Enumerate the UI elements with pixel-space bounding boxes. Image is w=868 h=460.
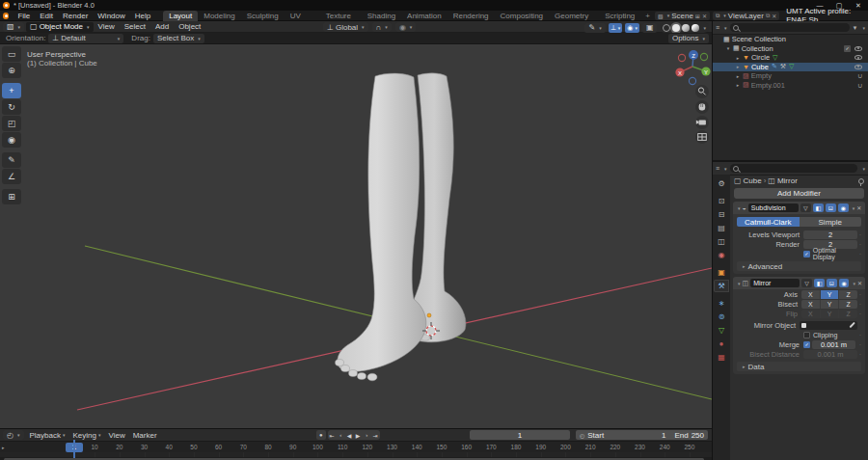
viewport-menu-object[interactable]: Object — [174, 22, 205, 31]
breadcrumb-object[interactable]: Cube — [744, 176, 762, 185]
orientation-setting-dropdown[interactable]: ⊥ Default ▾ — [48, 34, 123, 43]
expand-icon[interactable]: ▾ — [738, 281, 741, 286]
properties-tab-scene[interactable]: ◫ — [714, 235, 729, 248]
bisect-z-button[interactable]: Z — [839, 300, 857, 309]
menu-help[interactable]: Help — [130, 12, 155, 20]
delete-modifier-icon[interactable]: ✕ — [856, 204, 861, 211]
menu-window[interactable]: Window — [93, 12, 129, 20]
snap-toggle[interactable]: ∩ ▾ — [372, 22, 392, 32]
tool-rotate[interactable]: ↻ — [2, 99, 21, 115]
workspace-tab-compositing[interactable]: Compositing — [495, 11, 549, 21]
axis-y-button[interactable]: Y — [821, 290, 840, 299]
animate-dot-icon[interactable]: · — [857, 231, 863, 237]
pin-icon[interactable] — [858, 178, 864, 184]
zoom-button[interactable] — [695, 85, 709, 98]
eyedropper-icon[interactable] — [849, 322, 854, 328]
remove-view-layer-icon[interactable]: ✕ — [772, 13, 776, 19]
workspace-tab-uv-editing[interactable]: UV Editing — [285, 11, 320, 21]
gizmo-neg-z[interactable] — [689, 77, 695, 84]
merge-checkbox[interactable]: ✓ — [803, 341, 810, 348]
edit-mode-toggle[interactable]: ◧ — [813, 203, 824, 212]
pan-button[interactable] — [695, 100, 709, 114]
leg-left-mesh[interactable] — [338, 73, 426, 371]
properties-editor-icon[interactable]: ≡ — [716, 165, 719, 172]
modifier-extras-icon[interactable]: ▾ — [853, 205, 855, 211]
shading-solid-button[interactable] — [672, 24, 680, 32]
tool-annotate[interactable]: ✎ — [2, 152, 21, 168]
workspace-tab-animation[interactable]: Animation — [401, 11, 448, 21]
properties-tab-output[interactable]: ⊟ — [714, 208, 729, 221]
properties-tab-particles[interactable]: ∗ — [714, 297, 729, 310]
prev-keyframe-button[interactable]: ‹ — [337, 430, 345, 440]
animate-dot-icon[interactable]: · — [857, 341, 863, 347]
camera-view-button[interactable] — [695, 116, 709, 129]
animate-dot-icon[interactable]: · — [857, 311, 863, 316]
menu-render[interactable]: Render — [58, 12, 93, 20]
unlink-scene-icon[interactable]: ✕ — [702, 13, 707, 19]
disclosure-icon[interactable]: ▸ — [735, 73, 741, 79]
axis-x-button[interactable]: X — [801, 290, 821, 299]
editor-type-selector[interactable]: ▧ ▾ — [3, 22, 24, 32]
bisect-x-button[interactable]: X — [801, 300, 821, 309]
xray-toggle[interactable]: ▣ — [642, 23, 658, 33]
on-cage-toggle[interactable]: ▽ — [800, 203, 811, 212]
shading-wireframe-button[interactable] — [663, 24, 670, 32]
viewport-menu-view[interactable]: View — [94, 22, 120, 31]
animate-dot-icon[interactable]: · — [857, 251, 863, 257]
tool-measure[interactable]: ∠ — [2, 169, 21, 184]
properties-tab-world[interactable]: ◉ — [714, 249, 729, 261]
subdivision-name-field[interactable]: Subdivision — [748, 203, 799, 212]
timeline-menu-playback[interactable]: Playback▾ — [26, 431, 69, 440]
workspace-tab-scripting[interactable]: Scripting — [599, 11, 640, 21]
breadcrumb-modifier[interactable]: Mirror — [777, 176, 798, 185]
properties-tab-material[interactable]: ● — [714, 338, 729, 350]
clipping-checkbox[interactable] — [803, 332, 810, 338]
options-dropdown[interactable]: Options ▾ — [668, 34, 709, 43]
data-subpanel[interactable]: ▸ Data — [737, 362, 861, 371]
hide-viewport-icon[interactable]: ∪ — [857, 73, 862, 78]
next-keyframe-button[interactable]: › — [363, 430, 371, 440]
properties-tab-object[interactable]: ▣ — [714, 266, 729, 279]
mirror-name-field[interactable]: Mirror — [750, 279, 800, 287]
on-cage-toggle[interactable]: ▽ — [801, 279, 812, 287]
ortho-toggle-button[interactable] — [695, 130, 709, 144]
add-modifier-button[interactable]: Add Modifier — [734, 188, 864, 199]
gizmo-neg-y[interactable] — [700, 53, 707, 60]
levels-viewport-field[interactable]: 2 — [803, 230, 857, 239]
animate-dot-icon[interactable]: · — [857, 332, 863, 338]
bisect-distance-field[interactable]: 0.001 m — [803, 350, 857, 359]
workspace-tab-modeling[interactable]: Modeling — [198, 11, 240, 21]
timeline-menu-keying[interactable]: Keying▾ — [68, 431, 104, 440]
disclosure-icon[interactable]: ▸ — [735, 55, 741, 61]
properties-tab-render[interactable]: ⊡ — [714, 195, 729, 207]
animate-dot-icon[interactable]: · — [857, 241, 863, 247]
flip-y-button[interactable]: Y — [821, 310, 840, 318]
current-frame-field[interactable]: 1 — [470, 430, 570, 440]
blender-menu-icon[interactable] — [3, 13, 9, 19]
outliner-search-input[interactable] — [730, 23, 850, 32]
workspace-tab-rendering[interactable]: Rendering — [448, 11, 495, 21]
visibility-dropdown[interactable]: ✎ ▾ — [584, 23, 605, 33]
properties-tab-modifiers[interactable]: ⚒ — [714, 280, 729, 292]
axis-z-button[interactable]: Z — [839, 290, 857, 299]
edit-mode-toggle[interactable]: ◧ — [814, 279, 825, 287]
play-button[interactable]: ▶ — [354, 430, 363, 440]
viewport-menu-add[interactable]: Add — [150, 22, 174, 31]
delete-modifier-icon[interactable]: ✕ — [857, 280, 862, 286]
outliner-row-collection[interactable]: ▾▦Collection✓ — [713, 44, 868, 54]
shading-material-button[interactable] — [682, 24, 690, 32]
tool-move[interactable]: + — [2, 83, 21, 98]
show-overlays-toggle[interactable]: ◉ ▾ — [625, 23, 639, 33]
mode-selector[interactable]: ▢ Object Mode ▾ — [26, 22, 93, 32]
shading-rendered-button[interactable] — [692, 24, 699, 32]
end-frame-field[interactable]: 250 — [692, 431, 704, 440]
merge-distance-field[interactable]: 0.001 m — [812, 340, 855, 349]
tool-cursor[interactable]: ⊕ — [2, 63, 21, 78]
bisect-y-button[interactable]: Y — [821, 300, 840, 309]
expand-icon[interactable]: ▾ — [738, 205, 741, 211]
timeline-ruler[interactable]: ▸ 1 102030405060708090100110120130140150… — [0, 441, 712, 452]
hide-viewport-icon[interactable] — [854, 46, 862, 51]
workspace-tab-texture-paint[interactable]: Texture Paint — [320, 11, 362, 21]
timeline-editor-type[interactable]: ◴ ▾ — [3, 430, 24, 440]
render-toggle[interactable]: ◉ — [838, 203, 849, 212]
